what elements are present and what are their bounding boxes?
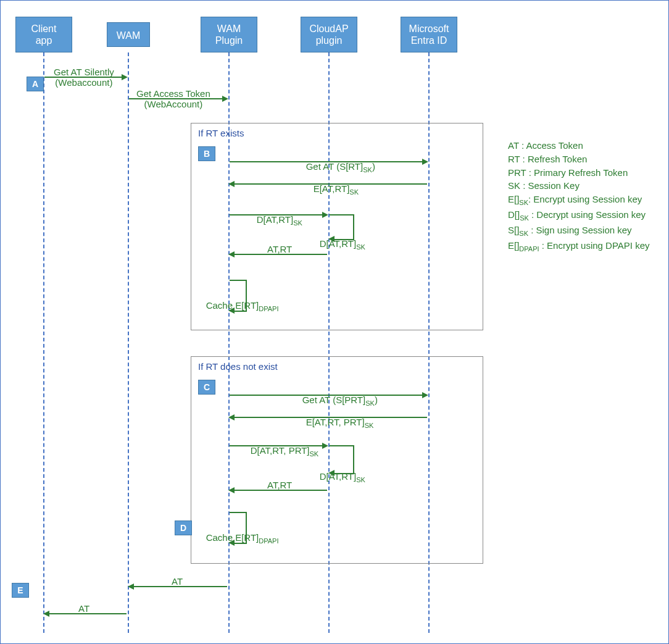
lifeline-client: [43, 52, 44, 633]
step-badge-C: C: [198, 380, 215, 395]
label-c-decrypt: D[AT,RT, PRT]SK: [240, 435, 318, 468]
legend-at: AT : Access Token: [508, 139, 656, 153]
label-d-cache: Cache E[RT]DPAPI: [196, 522, 278, 555]
label-get-access-token: Get Access Token (WebAccount): [136, 88, 210, 109]
label-b-atrt: AT,RT: [267, 244, 292, 254]
legend-prt: PRT : Primary Refresh Token: [508, 166, 656, 180]
selfloop-cache-b-seg1: [230, 280, 247, 281]
label-ret-at2: AT: [78, 603, 89, 614]
label-b-encrypt: E[AT,RT]SK: [303, 173, 359, 206]
legend: AT : Access Token RT : Refresh Token PRT…: [508, 139, 656, 254]
actor-entra-id: Microsoft Entra ID: [401, 17, 457, 52]
selfloop-cache-d-seg1: [230, 512, 247, 513]
legend-sign-sk: S[]SK : Sign using Session key: [508, 224, 656, 239]
step-badge-B: B: [198, 146, 215, 161]
selfloop-b-seg1: [330, 214, 354, 215]
label-b-cache: Cache E[RT]DPAPI: [196, 290, 278, 323]
actor-client-app: Client app: [15, 17, 72, 52]
label-c-decrypt2: D[AT,RT]SK: [309, 461, 365, 494]
step-badge-A: A: [27, 77, 44, 91]
label-if-rt-exists: If RT exists: [198, 128, 244, 138]
selfloop-c-seg1: [330, 445, 354, 446]
actor-wam-plugin: WAM Plugin: [201, 17, 257, 52]
actor-cloudap-plugin: CloudAP plugin: [301, 17, 357, 52]
legend-sk: SK : Session Key: [508, 179, 656, 193]
label-if-rt-not: If RT does not exist: [198, 361, 278, 372]
label-b-decrypt1: D[AT,RT]SK: [246, 204, 302, 237]
actor-wam: WAM: [107, 22, 150, 47]
legend-encrypt-sk: E[]SK: Encrypt using Session key: [508, 193, 656, 208]
legend-decrypt-sk: D[]SK : Decrypt using Session key: [508, 208, 656, 224]
label-ret-at1: AT: [172, 576, 183, 587]
legend-rt: RT : Refresh Token: [508, 153, 656, 166]
lifeline-wam: [128, 52, 129, 633]
label-c-atrt: AT,RT: [267, 480, 292, 490]
sequence-diagram: Client app WAM WAM Plugin CloudAP plugin…: [0, 0, 669, 644]
step-badge-D: D: [175, 521, 192, 535]
step-badge-E: E: [12, 583, 29, 598]
label-b-decrypt2: D[AT,RT]SK: [309, 228, 365, 261]
legend-encrypt-dpapi: E[]DPAPI : Encrypt using DPAPI key: [508, 239, 656, 254]
label-get-at-silently: Get AT Silently (Webaccount): [54, 67, 114, 88]
